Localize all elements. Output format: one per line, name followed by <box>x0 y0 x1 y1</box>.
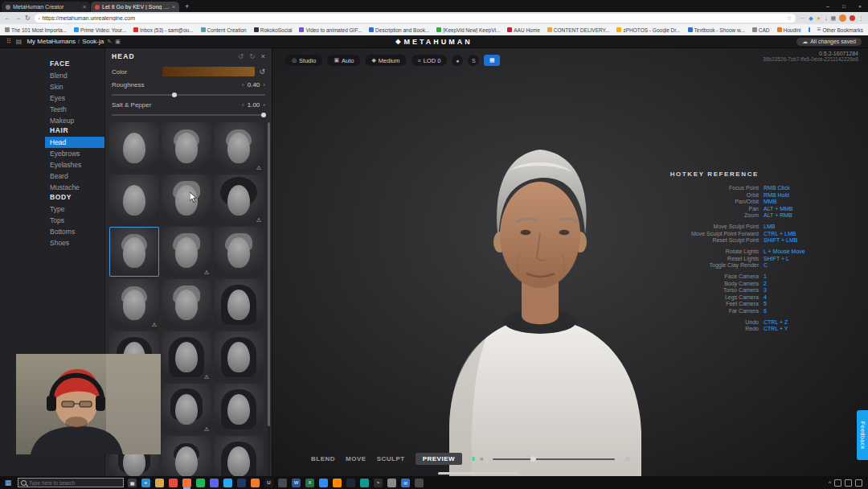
hair-thumbnail[interactable]: ⚠ <box>214 175 264 224</box>
hair-thumbnail[interactable] <box>109 175 159 224</box>
apps-dots-icon[interactable]: ⠿ <box>6 38 11 45</box>
calculator-icon[interactable] <box>415 479 424 487</box>
rig-toggle-button[interactable]: ▦ <box>484 55 500 66</box>
animation-scrubber[interactable] <box>493 458 615 460</box>
sidebar-item-type[interactable]: Type <box>0 203 104 215</box>
notifications-icon[interactable] <box>855 479 862 487</box>
bookmark-item[interactable]: CAD <box>752 27 770 33</box>
hair-thumbnail[interactable] <box>214 331 264 381</box>
pause-icon[interactable]: ‖ <box>472 455 475 462</box>
steam-icon[interactable] <box>346 479 355 487</box>
menu-icon[interactable]: ⋮ <box>858 15 864 22</box>
hair-thumbnail[interactable] <box>214 436 264 476</box>
sidebar-item-head[interactable]: Head <box>45 137 104 148</box>
tab-sculpt[interactable]: SCULPT <box>377 455 405 462</box>
bookmark-item[interactable]: RokokoSocial <box>254 27 293 33</box>
bookmark-item[interactable]: CONTENT DELIVERY... <box>547 27 610 33</box>
viewport-3d[interactable]: ◎Studio▣Auto◆Medium≡LOD 0●S▦ 0.5.2-16071… <box>272 48 868 476</box>
vscode-icon[interactable] <box>223 479 232 487</box>
close-panel-icon[interactable]: × <box>261 52 265 60</box>
stop-icon[interactable]: ■ <box>480 456 483 462</box>
bookmark-item[interactable]: Description and Book... <box>369 27 429 33</box>
reset-color-icon[interactable]: ↺ <box>259 68 265 76</box>
rename-pencil-icon[interactable]: ✎ <box>107 39 112 45</box>
scrollbar-thumb[interactable] <box>268 122 270 426</box>
browser-tab[interactable]: MetaHuman Creator× <box>2 2 90 12</box>
sidebar-item-bottoms[interactable]: Bottoms <box>0 226 104 237</box>
taskbar-search[interactable] <box>18 478 124 487</box>
file-explorer-icon[interactable] <box>155 479 164 487</box>
bookmark-item[interactable]: Content Creation <box>201 27 247 33</box>
firefox-icon[interactable] <box>182 479 191 487</box>
card-icon[interactable]: ▤ <box>16 38 23 45</box>
vlc-icon[interactable] <box>333 479 342 487</box>
auto-quality-button[interactable]: ▣Auto <box>327 55 360 66</box>
increase-icon[interactable]: › <box>263 101 265 109</box>
hair-thumbnail[interactable] <box>162 122 211 172</box>
url-input[interactable] <box>42 14 784 23</box>
hair-thumbnail[interactable]: ⚠ <box>162 384 211 434</box>
lod-button[interactable]: ≡LOD 0 <box>411 55 448 66</box>
bookmark-item[interactable]: AAU Home <box>507 27 540 33</box>
back-icon[interactable]: ← <box>4 15 10 22</box>
tab-close-icon[interactable]: × <box>172 4 175 10</box>
apps-grid-icon[interactable]: ▦ <box>830 15 836 22</box>
edge-icon[interactable]: e <box>141 479 150 487</box>
bookmark-item[interactable]: [KeepVid New] KeepVi... <box>436 27 500 33</box>
slider-knob[interactable] <box>172 92 177 97</box>
sidebar-item-tops[interactable]: Tops <box>0 215 104 226</box>
camera-capture-button[interactable]: ▣ ˇ <box>624 455 634 462</box>
forward-icon[interactable]: → <box>14 15 21 22</box>
browser-tab[interactable]: Let It Go by KEV | Song Licen...× <box>91 2 179 12</box>
tab-move[interactable]: MOVE <box>346 455 366 462</box>
tab-preview[interactable]: PREVIEW <box>416 453 462 465</box>
unreal-icon[interactable]: U <box>264 479 273 487</box>
maximize-button[interactable]: □ <box>836 0 852 12</box>
terminal-icon[interactable]: > <box>374 479 383 487</box>
hair-thumbnail[interactable] <box>162 436 211 476</box>
excel-icon[interactable]: X <box>305 479 314 487</box>
refresh-icon[interactable]: ↻ <box>25 15 31 22</box>
decrease-icon[interactable]: ‹ <box>242 101 244 109</box>
hair-toggle-button[interactable]: S <box>468 55 479 66</box>
bookmark-item[interactable]: Inbox (53) - sam@ou... <box>133 27 194 33</box>
feedback-button[interactable]: Feedback <box>857 410 868 460</box>
studio-button[interactable]: ◎Studio <box>285 55 322 66</box>
bookmark-item[interactable]: zPHOTOS - Google Dr... <box>616 27 680 33</box>
shield-icon[interactable]: ◆ <box>809 15 813 22</box>
close-button[interactable]: × <box>852 0 868 12</box>
task-view-icon[interactable]: ▦ <box>128 479 137 487</box>
search-input[interactable] <box>29 480 121 486</box>
sidebar-item-eyelashes[interactable]: Eyelashes <box>0 159 104 171</box>
bookmark-item[interactable]: Textbook - Shoow w... <box>688 27 745 33</box>
slider-knob[interactable] <box>261 113 266 117</box>
timeline-strip[interactable] <box>438 472 518 475</box>
undo-icon[interactable]: ↺ <box>238 52 244 60</box>
bookmark-item[interactable]: Houdini <box>777 27 801 33</box>
hair-thumbnail[interactable] <box>214 384 264 434</box>
blender-icon[interactable] <box>251 479 260 487</box>
download-icon[interactable]: ↓ <box>825 15 828 21</box>
panel-scrollbar[interactable] <box>268 122 270 476</box>
sidebar-item-eyebrows[interactable]: Eyebrows <box>0 148 104 159</box>
hair-thumbnail[interactable] <box>162 175 211 224</box>
mail-icon[interactable]: ✉ <box>401 479 410 487</box>
breadcrumb-root-link[interactable]: My MetaHumans <box>27 38 75 45</box>
hair-thumbnail[interactable]: ⚠ <box>162 227 211 277</box>
scrubber-knob[interactable] <box>530 456 536 462</box>
hair-thumbnail[interactable]: ⚠ <box>162 331 211 381</box>
maya-icon[interactable] <box>360 479 369 487</box>
hair-thumbnail[interactable] <box>109 122 159 172</box>
address-bar[interactable]: • ☆ <box>35 14 796 23</box>
hair-thumbnail[interactable]: ⚠ <box>109 279 159 329</box>
increase-icon[interactable]: › <box>263 81 265 88</box>
sidebar-item-blend[interactable]: Blend <box>0 70 104 81</box>
chrome-icon[interactable] <box>169 479 178 487</box>
decrease-icon[interactable]: ‹ <box>242 81 244 88</box>
obs-icon[interactable] <box>278 479 287 487</box>
hair-thumbnail[interactable] <box>214 279 264 329</box>
profile-avatar[interactable] <box>839 14 846 22</box>
start-button[interactable]: ▦ <box>2 479 14 487</box>
hair-thumbnail[interactable] <box>214 227 264 277</box>
saltpepper-slider[interactable] <box>112 114 265 116</box>
